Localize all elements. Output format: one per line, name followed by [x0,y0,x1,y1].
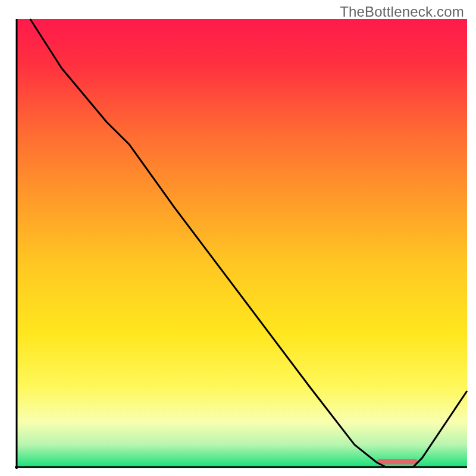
chart-canvas [0,0,476,476]
chart-frame: TheBottleneck.com [0,0,476,476]
optimal-range-marker [377,459,418,464]
plot-background [17,19,467,467]
